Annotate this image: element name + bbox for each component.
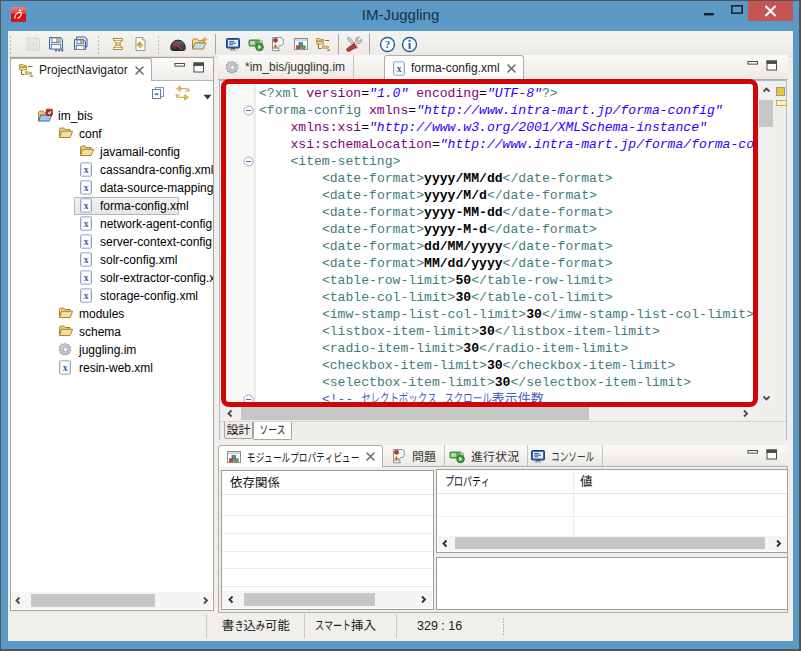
warning-marker[interactable] (776, 100, 787, 106)
view-menu-icon (203, 94, 212, 100)
scrollbar-thumb[interactable] (31, 594, 155, 607)
tree-item-network-agent-config.xml[interactable]: xnetwork-agent-config.xml (11, 215, 213, 233)
fold-collapse-icon[interactable] (243, 394, 254, 405)
fold-collapse-icon[interactable] (243, 105, 254, 116)
window-title: IM-Juggling (0, 0, 801, 28)
tree-item-forma-config.xml[interactable]: xforma-config.xml (11, 197, 213, 215)
code-token-tag: ?> (542, 86, 558, 101)
toolbar-separator (157, 34, 160, 54)
view-tab-コンソール[interactable]: コンソール (523, 445, 603, 466)
properties-horizontal-scrollbar[interactable] (438, 536, 786, 551)
tree-item-label: cassandra-config.xml (100, 161, 213, 179)
code-token-tag: <listbox-item-limit> (322, 324, 479, 339)
code-line: <radio-item-limit>30</radio-item-limit> (259, 340, 758, 357)
tree-item-data-source-mapping.xml[interactable]: xdata-source-mapping.xml (11, 179, 213, 197)
tab-close-icon[interactable] (134, 65, 145, 76)
svg-text:x: x (84, 165, 89, 175)
overview-ruler[interactable] (776, 82, 788, 406)
help-button[interactable]: ? (378, 35, 396, 53)
tree-item-storage-config.xml[interactable]: xstorage-config.xml (11, 287, 213, 305)
refresh-config-button[interactable] (131, 35, 149, 53)
save-all-button[interactable] (71, 35, 89, 53)
import-project-button[interactable] (191, 35, 209, 53)
dependencies-column-header[interactable]: 依存関係 (222, 471, 433, 495)
minimize-view-button[interactable] (747, 449, 759, 460)
link-with-editor-button[interactable] (173, 84, 191, 102)
code-token-eq: = (432, 137, 440, 152)
editor-tab--im_bis-juggling.im[interactable]: *im_bis/juggling.im (218, 55, 354, 79)
code-token-pl (259, 171, 322, 186)
war-export-button[interactable] (109, 35, 127, 53)
minimize-view-button[interactable] (174, 62, 186, 73)
tree-item-solr-extractor-config.xml[interactable]: xsolr-extractor-config.xml (11, 269, 213, 287)
xml-file-icon: x (79, 234, 95, 250)
tab-close-icon[interactable] (365, 451, 376, 462)
tree-item-solr-config.xml[interactable]: xsolr-config.xml (11, 251, 213, 269)
maximize-icon (731, 5, 743, 14)
code-token-pl (259, 137, 290, 152)
tree-item-conf[interactable]: conf (11, 125, 213, 143)
scrollbar-thumb[interactable] (759, 100, 773, 127)
progress-view-button[interactable] (247, 35, 265, 53)
scrollbar-thumb[interactable] (241, 407, 589, 420)
svg-text:x: x (63, 363, 68, 373)
minimize-view-button[interactable] (747, 60, 759, 71)
maximize-view-button[interactable] (766, 449, 778, 460)
svg-text:x: x (84, 273, 89, 283)
overview-warning-icon[interactable] (776, 87, 785, 96)
fold-collapse-icon[interactable] (243, 156, 254, 167)
view-tab-モジュールプロパティビュー[interactable]: モジュールプロパティビュー (218, 445, 383, 467)
save-button[interactable] (24, 35, 42, 53)
statusbar-separator (396, 614, 397, 638)
table-row-line (222, 533, 433, 534)
view-tab-進行状況[interactable]: 進行状況 (442, 445, 528, 466)
about-button[interactable] (400, 35, 418, 53)
xml-file-icon: x (79, 270, 95, 286)
save-as-button[interactable] (47, 35, 65, 53)
code-line: <date-format>yyyy/M/d</date-format> (259, 187, 758, 204)
tree-item-schema[interactable]: schema (11, 323, 213, 341)
view-tab-label: 進行状況 (471, 447, 519, 464)
help-icon: ? (379, 36, 396, 53)
dependencies-horizontal-scrollbar[interactable] (223, 591, 432, 608)
tree-item-javamail-config[interactable]: javamail-config (11, 143, 213, 161)
code-token-pl (408, 86, 416, 101)
source-text-area[interactable]: <?xml version="1.0" encoding="UTF-8"?><f… (256, 82, 758, 406)
tree-item-cassandra-config.xml[interactable]: xcassandra-config.xml (11, 161, 213, 179)
console-view-button[interactable] (224, 35, 242, 53)
close-button[interactable] (748, 1, 793, 21)
value-column-header[interactable]: 値 (573, 470, 787, 494)
page-tab-source[interactable]: ソース (253, 422, 292, 440)
tree-item-resin-web.xml[interactable]: xresin-web.xml (11, 359, 213, 377)
problems-view-button[interactable] (269, 35, 287, 53)
page-tab-design[interactable]: 設計 (224, 422, 253, 439)
code-token-tag: </radio-item-limit> (479, 341, 628, 356)
code-token-eq: = (361, 86, 369, 101)
tree-item-im_bis[interactable]: im_bis (11, 107, 213, 125)
gear-icon (225, 60, 240, 75)
tree-item-label: conf (79, 125, 102, 143)
view-tab-問題[interactable]: 問題 (384, 445, 445, 466)
maximize-view-button[interactable] (766, 60, 778, 71)
project-navigator-view-button[interactable] (314, 35, 332, 53)
editor-tab-forma-config.xml[interactable]: xforma-config.xml (384, 55, 524, 80)
preferences-button[interactable] (345, 35, 363, 53)
navigator-horizontal-scrollbar[interactable] (12, 592, 212, 609)
tree-item-juggling.im[interactable]: juggling.im (11, 341, 213, 359)
view-tab-label: コンソール (551, 447, 594, 464)
tab-close-icon[interactable] (506, 63, 517, 74)
scrollbar-thumb[interactable] (244, 593, 375, 606)
view-menu-button[interactable] (198, 88, 216, 106)
tree-item-modules[interactable]: modules (11, 305, 213, 323)
tab-project-navigator[interactable]: ProjectNavigator (10, 58, 152, 81)
module-property-view-button[interactable] (292, 35, 310, 53)
minimize-button[interactable] (690, 0, 720, 21)
tree-item-server-context-config.xml[interactable]: xserver-context-config.xml (11, 233, 213, 251)
xml-file-icon: x (58, 360, 74, 376)
editor-horizontal-scrollbar[interactable] (223, 406, 753, 421)
maximize-view-button[interactable] (193, 62, 205, 73)
dashboard-button[interactable] (169, 35, 187, 53)
scrollbar-thumb[interactable] (455, 537, 765, 549)
editor-vertical-scrollbar[interactable] (758, 82, 774, 406)
collapse-all-button[interactable] (149, 84, 167, 102)
